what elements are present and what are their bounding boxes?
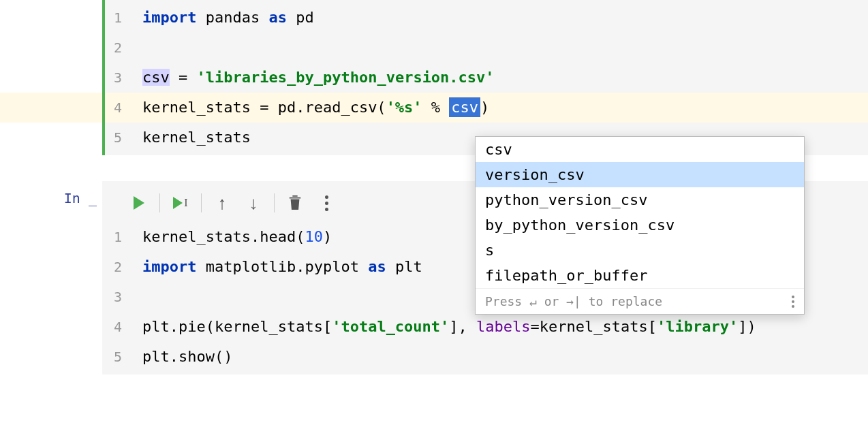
- toolbar-divider: [201, 193, 202, 212]
- move-up-button[interactable]: ↑: [208, 191, 236, 215]
- autocomplete-hint: Press ↵ or →∣ to replace: [485, 294, 662, 308]
- code-line-active[interactable]: 4 kernel_stats = pd.read_csv('%s' % csv): [105, 93, 868, 123]
- autocomplete-item[interactable]: filepath_or_buffer: [476, 263, 804, 288]
- cell-prompt-label: In _: [64, 190, 97, 206]
- line-number: 3: [105, 282, 142, 312]
- arrow-down-icon: ↓: [249, 193, 258, 214]
- code-text: import matplotlib.pyplot as plt: [142, 252, 422, 282]
- autocomplete-item[interactable]: by_python_version_csv: [476, 212, 804, 238]
- code-text: csv = 'libraries_by_python_version.csv': [142, 63, 495, 93]
- autocomplete-popup: csv version_csv python_version_csv by_py…: [475, 136, 805, 315]
- autocomplete-item-selected[interactable]: version_csv: [476, 162, 804, 187]
- autocomplete-item[interactable]: s: [476, 238, 804, 263]
- more-icon: [325, 195, 328, 211]
- line-number: 4: [105, 312, 142, 342]
- selected-token[interactable]: csv: [449, 97, 480, 117]
- line-number: 1: [105, 3, 142, 33]
- line-number: 4: [105, 93, 142, 123]
- autocomplete-more-button[interactable]: [792, 296, 794, 308]
- code-line[interactable]: 1 import pandas as pd: [105, 3, 868, 33]
- code-line[interactable]: 2: [105, 33, 868, 63]
- run-cell-button[interactable]: [125, 191, 153, 215]
- toolbar-divider: [159, 193, 160, 212]
- code-line[interactable]: 4 plt.pie(kernel_stats['total_count'], l…: [105, 312, 868, 342]
- prompt-area-2: In _: [0, 181, 102, 375]
- code-text: kernel_stats: [142, 123, 251, 153]
- code-text: plt.pie(kernel_stats['total_count'], lab…: [142, 312, 756, 342]
- code-text: kernel_stats.head(10): [142, 222, 332, 252]
- code-cell-1: 1 import pandas as pd 2 3 csv = 'librari…: [0, 0, 868, 155]
- autocomplete-item[interactable]: python_version_csv: [476, 187, 804, 212]
- code-line[interactable]: 5 plt.show(): [105, 342, 868, 372]
- code-line[interactable]: 3 csv = 'libraries_by_python_version.csv…: [105, 63, 868, 93]
- run-and-select-button[interactable]: I: [167, 191, 194, 215]
- line-number: 1: [105, 222, 142, 252]
- autocomplete-item[interactable]: csv: [476, 137, 804, 162]
- move-down-button[interactable]: ↓: [240, 191, 267, 215]
- code-text: kernel_stats = pd.read_csv('%s' % csv): [142, 93, 489, 123]
- code-text: plt.show(): [142, 342, 232, 372]
- line-number: 2: [105, 252, 142, 282]
- line-number: 3: [105, 63, 142, 93]
- code-area-1[interactable]: 1 import pandas as pd 2 3 csv = 'librari…: [102, 0, 868, 155]
- autocomplete-footer: Press ↵ or →∣ to replace: [476, 288, 804, 314]
- prompt-area-1: [0, 0, 102, 155]
- trash-icon: [288, 193, 303, 213]
- play-icon: [134, 196, 144, 210]
- more-actions-button[interactable]: [313, 191, 340, 215]
- line-number: 5: [105, 342, 142, 372]
- code-text: import pandas as pd: [142, 3, 314, 33]
- line-number: 2: [105, 33, 142, 63]
- delete-cell-button[interactable]: [281, 191, 309, 215]
- line-number: 5: [105, 123, 142, 153]
- play-cursor-icon: I: [173, 197, 187, 209]
- arrow-up-icon: ↑: [218, 193, 227, 214]
- toolbar-divider: [274, 193, 275, 212]
